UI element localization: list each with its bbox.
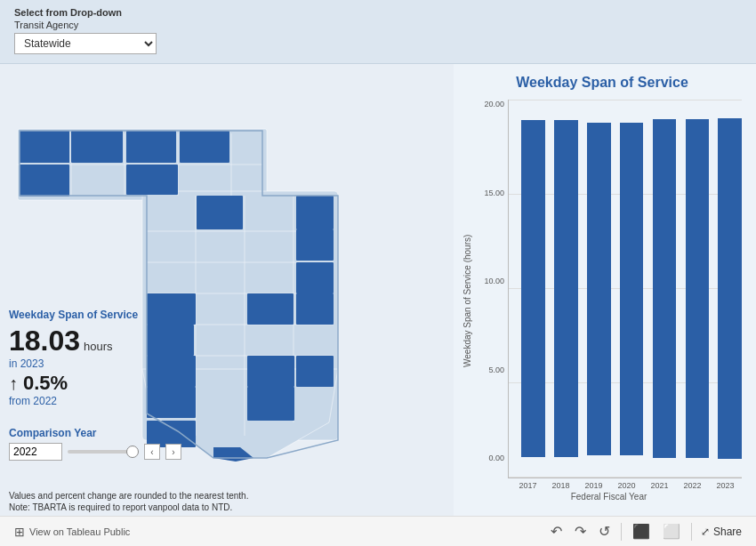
x-label-2017: 2017	[511, 481, 544, 490]
prev-year-button[interactable]: ‹	[144, 444, 160, 460]
y-tick-5: 5.00	[476, 365, 508, 374]
app-container: Select from Drop-down Transit Agency Sta…	[0, 0, 756, 546]
svg-rect-24	[147, 293, 196, 325]
map-container: Weekday Span of Service 18.03 hours in 2…	[0, 64, 454, 487]
comp-controls: ‹ ›	[9, 443, 181, 461]
bar-2017[interactable]	[521, 120, 545, 456]
chart-title: Weekday Span of Service	[462, 75, 742, 91]
bar-2020[interactable]	[620, 123, 644, 455]
comparison-section: Comparison Year ‹ ›	[9, 427, 181, 461]
y-axis-label: Weekday Span of Service (hours)	[462, 100, 472, 502]
bar-group-2018	[545, 100, 578, 478]
bars-area	[508, 100, 742, 478]
chart-area: Weekday Span of Service (hours) 0.00 5.0…	[462, 100, 742, 502]
stats-section-title: Weekday Span of Service	[9, 309, 138, 321]
svg-rect-35	[197, 196, 243, 229]
bar-group-2019	[578, 100, 611, 478]
bar-group-2017	[512, 100, 545, 478]
share-button[interactable]: ⤢ Share	[701, 526, 742, 538]
share-label: Share	[713, 526, 742, 538]
svg-rect-18	[20, 165, 69, 197]
year-slider-thumb[interactable]	[126, 446, 139, 458]
header-bar: Select from Drop-down Transit Agency Sta…	[0, 0, 756, 64]
fullscreen-button[interactable]: ⬜	[661, 521, 682, 542]
svg-rect-29	[247, 356, 294, 387]
y-tick-20: 20.00	[476, 100, 508, 108]
undo-button[interactable]: ↶	[549, 521, 564, 542]
chart-plot: 0.00 5.00 10.00 15.00 20.00	[476, 100, 742, 478]
svg-rect-34	[296, 229, 334, 261]
svg-rect-25	[147, 325, 194, 356]
x-labels: 2017201820192020202120222023	[476, 478, 742, 490]
arrow-up-icon: ↑	[9, 374, 18, 392]
footer-notes: Values and percent change are rounded to…	[0, 487, 454, 516]
bar-2023[interactable]	[718, 118, 742, 459]
stats-value: 18.03	[9, 325, 80, 357]
bar-group-2023	[709, 100, 742, 478]
stats-change-row: ↑ 0.5%	[9, 372, 138, 395]
bottom-toolbar: ⊞ View on Tableau Public ↶ ↷ ↺ ⬛ ⬜ ⤢ Sha…	[0, 516, 756, 546]
tableau-public-link[interactable]: ⊞ View on Tableau Public	[14, 525, 130, 539]
svg-rect-28	[296, 356, 334, 387]
transit-agency-dropdown[interactable]: Statewide HART LYNX TBARTA SunRail	[14, 33, 157, 54]
bar-2019[interactable]	[587, 123, 611, 455]
stats-year: in 2023	[9, 357, 138, 370]
y-ticks: 0.00 5.00 10.00 15.00 20.00	[476, 100, 508, 478]
toolbar-divider-2	[691, 523, 692, 541]
year-slider-track[interactable]	[68, 450, 139, 454]
svg-rect-38	[20, 131, 69, 163]
tableau-link-label: View on Tableau Public	[29, 526, 130, 537]
x-label-2019: 2019	[577, 481, 610, 490]
redo-button[interactable]: ↷	[573, 521, 588, 542]
pct-change: 0.5%	[23, 372, 68, 395]
stats-value-row: 18.03 hours	[9, 325, 138, 357]
left-panel: Weekday Span of Service 18.03 hours in 2…	[0, 64, 454, 516]
svg-rect-30	[247, 387, 294, 421]
transit-agency-label: Transit Agency	[14, 20, 742, 30]
svg-rect-32	[147, 387, 196, 418]
x-label-2022: 2022	[676, 481, 709, 490]
share-icon: ⤢	[701, 526, 710, 538]
svg-rect-20	[126, 131, 176, 163]
stats-unit: hours	[84, 340, 113, 353]
footer-note-1: Values and percent change are rounded to…	[9, 491, 445, 501]
dropdown-wrapper: Statewide HART LYNX TBARTA SunRail	[14, 33, 742, 54]
x-label-2021: 2021	[643, 481, 676, 490]
y-tick-10: 10.00	[476, 277, 508, 285]
svg-rect-22	[296, 196, 334, 229]
bar-2021[interactable]	[653, 119, 677, 457]
right-panel: Weekday Span of Service Weekday Span of …	[454, 64, 756, 516]
tableau-icon: ⊞	[14, 525, 25, 539]
svg-rect-36	[126, 165, 178, 195]
chart-inner: 0.00 5.00 10.00 15.00 20.00	[476, 100, 742, 502]
toolbar-icons: ↶ ↷ ↺ ⬛ ⬜ ⤢ Share	[549, 521, 742, 542]
comparison-year-label: Comparison Year	[9, 427, 181, 439]
svg-rect-19	[71, 131, 123, 163]
x-label-2023: 2023	[709, 481, 742, 490]
y-tick-0: 0.00	[476, 454, 508, 462]
bar-group-2020	[611, 100, 644, 478]
y-tick-15: 15.00	[476, 189, 508, 197]
bar-2018[interactable]	[554, 120, 578, 456]
main-content: Weekday Span of Service 18.03 hours in 2…	[0, 64, 756, 516]
svg-rect-27	[296, 293, 334, 325]
toolbar-divider-1	[621, 523, 622, 541]
next-year-button[interactable]: ›	[165, 444, 181, 460]
download-button[interactable]: ⬛	[631, 521, 652, 542]
florida-map	[0, 64, 454, 487]
select-from-dropdown-label: Select from Drop-down	[14, 7, 742, 18]
footer-note-2: Note: TBARTA is required to report vanpo…	[9, 502, 445, 512]
x-label-2020: 2020	[610, 481, 643, 490]
bar-group-2022	[676, 100, 709, 478]
svg-rect-31	[147, 356, 196, 387]
svg-rect-26	[247, 293, 294, 325]
x-label-2018: 2018	[544, 481, 577, 490]
reset-button[interactable]: ↺	[597, 521, 612, 542]
comparison-year-input[interactable]	[9, 443, 62, 461]
x-axis-title: Federal Fiscal Year	[476, 492, 742, 502]
svg-rect-23	[296, 262, 334, 293]
change-from-label: from 2022	[9, 395, 138, 407]
svg-rect-21	[180, 131, 229, 163]
bar-group-2021	[643, 100, 676, 478]
bar-2022[interactable]	[686, 119, 710, 457]
